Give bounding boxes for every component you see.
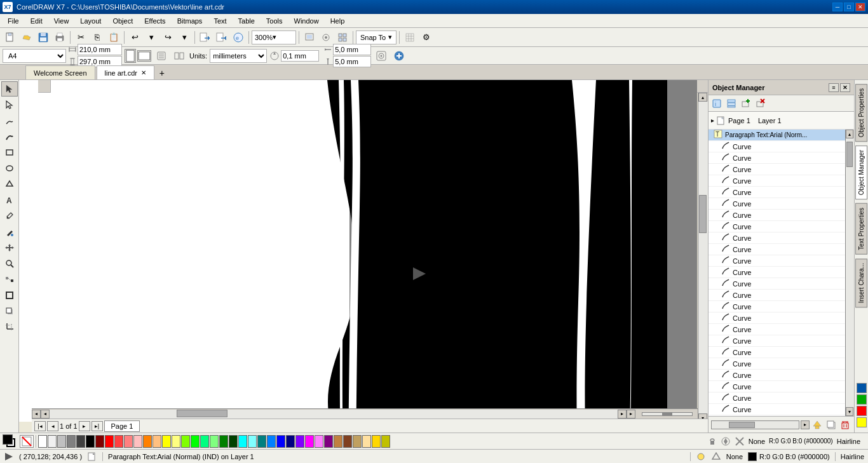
rectangle-tool[interactable]: [1, 145, 18, 160]
last-page-button[interactable]: ▸|: [92, 421, 103, 431]
shadow-tool[interactable]: [1, 304, 18, 319]
swatch-lightgray[interactable]: [48, 435, 57, 448]
swatch-orange[interactable]: [143, 435, 152, 448]
interactive-fill-tool[interactable]: [1, 224, 18, 239]
obj-item-curve-10[interactable]: Curve: [709, 244, 845, 255]
snap-icon[interactable]: [711, 452, 721, 462]
obj-item-curve-11[interactable]: Curve: [709, 255, 845, 267]
tab-welcome[interactable]: Welcome Screen: [25, 65, 95, 79]
prev-page-button[interactable]: ◂: [47, 421, 58, 431]
swatch-lightmagenta[interactable]: [315, 435, 323, 448]
tab-object-manager[interactable]: Object Manager: [855, 145, 867, 199]
scroll-left-button[interactable]: ◂: [32, 410, 41, 419]
v-scroll-track[interactable]: [698, 102, 708, 413]
scroll-left2-button[interactable]: ◂: [41, 410, 50, 419]
color-green-btn[interactable]: [857, 394, 867, 405]
nudge-field[interactable]: [281, 50, 319, 62]
drawing-area[interactable]: [19, 80, 697, 422]
swatch-olive[interactable]: [381, 435, 390, 448]
page-tab[interactable]: Page 1: [104, 420, 140, 432]
open-button[interactable]: [19, 30, 34, 45]
tab-close-icon[interactable]: ✕: [141, 69, 146, 76]
obj-item-curve-7[interactable]: Curve: [709, 210, 845, 221]
arrow-icon[interactable]: [4, 452, 14, 462]
swatch-verydarkgreen[interactable]: [229, 435, 238, 448]
menu-item-file[interactable]: File: [3, 16, 24, 26]
next-page-button[interactable]: ▸: [79, 421, 90, 431]
ellipse-tool[interactable]: [1, 161, 18, 176]
swatch-blue[interactable]: [276, 435, 285, 448]
swatch-chartreuse[interactable]: [181, 435, 190, 448]
swatch-lightgreen[interactable]: [210, 435, 219, 448]
obj-list-scrollbar[interactable]: ▴ ▾: [845, 130, 854, 416]
swatch-green[interactable]: [191, 435, 200, 448]
undo-button[interactable]: ↩: [127, 30, 142, 45]
menu-item-view[interactable]: View: [49, 16, 74, 26]
obj-item-text[interactable]: T Paragraph Text:Arial (Norm...: [709, 130, 845, 141]
save-button[interactable]: [36, 30, 51, 45]
fill-box[interactable]: [3, 434, 13, 445]
swatch-teal[interactable]: [257, 435, 266, 448]
paste-button[interactable]: 📋: [106, 30, 121, 45]
obj-item-curve-12[interactable]: Curve: [709, 267, 845, 278]
obj-copy-btn[interactable]: [825, 419, 837, 431]
grid-size-x[interactable]: [333, 44, 371, 55]
swatch-lightpink[interactable]: [133, 435, 142, 448]
obj-scroll-down[interactable]: ▾: [846, 407, 853, 416]
landscape-icon[interactable]: [137, 50, 151, 62]
swatch-navy[interactable]: [286, 435, 295, 448]
blend-tool[interactable]: [1, 272, 18, 287]
menu-item-tools[interactable]: Tools: [261, 16, 288, 26]
swatch-tan[interactable]: [353, 435, 362, 448]
obj-item-curve-22[interactable]: Curve: [709, 381, 845, 393]
tab-object-properties[interactable]: Object Properties: [855, 84, 867, 142]
portrait-icon[interactable]: [125, 49, 136, 63]
swatch-cornflower[interactable]: [267, 435, 276, 448]
grid-size-y[interactable]: [333, 56, 371, 67]
menu-item-layout[interactable]: Layout: [75, 16, 106, 26]
no-fill-button[interactable]: [20, 435, 34, 448]
swatch-yellow[interactable]: [162, 435, 171, 448]
node-tool[interactable]: [1, 97, 18, 112]
obj-item-curve-18[interactable]: Curve: [709, 335, 845, 347]
width-field[interactable]: [78, 44, 122, 55]
obj-scroll-thumb[interactable]: [846, 142, 853, 167]
obj-h-scrollbar[interactable]: [711, 420, 799, 429]
scroll-right-button[interactable]: ▸: [627, 410, 635, 419]
obj-item-curve-25[interactable]: Curve: [709, 415, 845, 416]
color-yellow-btn[interactable]: [857, 417, 867, 427]
swatch-gold[interactable]: [372, 435, 381, 448]
menu-item-edit[interactable]: Edit: [25, 16, 48, 26]
swatch-brown[interactable]: [334, 435, 342, 448]
obj-item-curve-21[interactable]: Curve: [709, 370, 845, 381]
menu-item-window[interactable]: Window: [289, 16, 324, 26]
swatch-gray[interactable]: [67, 435, 76, 448]
swatch-white[interactable]: [38, 435, 47, 448]
swatch-cyan[interactable]: [238, 435, 247, 448]
cut-button[interactable]: ✂: [73, 30, 88, 45]
obj-item-curve-8[interactable]: Curve: [709, 221, 845, 232]
undo-dropdown[interactable]: ▾: [144, 30, 159, 45]
scroll-right2-button[interactable]: ▸: [618, 410, 627, 419]
swatch-lightred[interactable]: [114, 435, 123, 448]
outline-tool[interactable]: [1, 288, 18, 303]
add-page-button[interactable]: [391, 48, 407, 64]
redo-dropdown[interactable]: ▾: [177, 30, 192, 45]
horizontal-scrollbar[interactable]: ◂ ◂ ▸ ▸ +: [32, 408, 708, 419]
zoom-input[interactable]: 300% ▾: [252, 30, 296, 44]
show-object-properties-button[interactable]: i: [710, 97, 724, 110]
view-manager-button[interactable]: [318, 30, 334, 45]
artistic-media-tool[interactable]: [1, 129, 18, 144]
obj-item-curve-14[interactable]: Curve: [709, 290, 845, 301]
eyedropper-tool[interactable]: [1, 208, 18, 224]
show-layers-button[interactable]: [724, 97, 738, 110]
swatch-pink[interactable]: [124, 435, 133, 448]
color-blue-btn[interactable]: [857, 383, 867, 393]
obj-item-curve-6[interactable]: Curve: [709, 198, 845, 210]
v-scroll-thumb[interactable]: [699, 195, 707, 233]
swatch-black[interactable]: [86, 435, 95, 448]
page-options-button[interactable]: [154, 48, 169, 64]
swatch-maroon[interactable]: [95, 435, 104, 448]
import-button[interactable]: [198, 30, 213, 45]
obj-item-curve-4[interactable]: Curve: [709, 175, 845, 187]
